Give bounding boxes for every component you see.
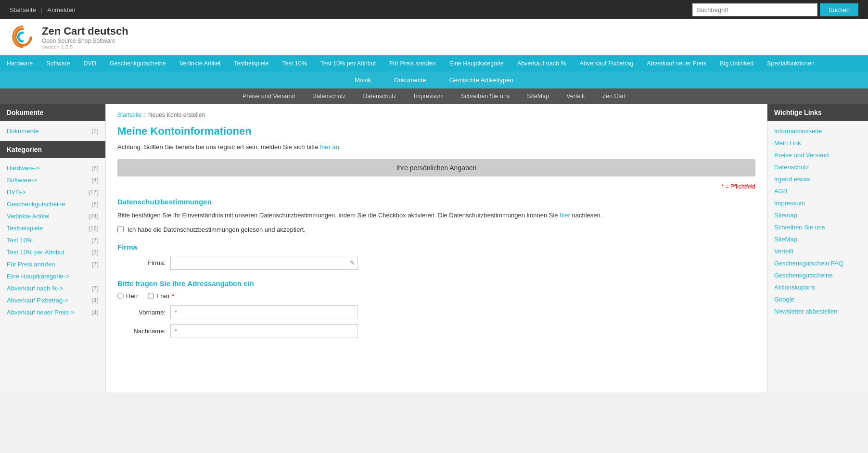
datenschutz-block: Datenschutzbestimmungen Bitte bestätigen… (117, 198, 755, 233)
page-title: Meine Kontoinformationen (117, 125, 755, 138)
link-agb[interactable]: AGB (774, 188, 787, 195)
list-item: Mein Link (767, 137, 868, 149)
sidebar-link-preis[interactable]: Für Preis anrufen (7, 261, 55, 268)
link-mein-link[interactable]: Mein Link (774, 139, 801, 147)
footer-sitemap[interactable]: SiteMap (518, 88, 558, 104)
sidebar-link-testbeispiele[interactable]: Testbeispiele (7, 225, 43, 232)
nav-hardware[interactable]: Hardware (0, 55, 39, 72)
link-aktionskupons[interactable]: Aktionskupons (774, 284, 815, 291)
nav-dokumente[interactable]: Dokumente (383, 72, 437, 88)
link-informationsseite[interactable]: Informationsseite (774, 127, 822, 135)
startseite-link[interactable]: Startseite (10, 6, 36, 13)
list-item: Schreiben Sie uns (767, 221, 868, 233)
sidebar-link-test10-attr[interactable]: Test 10% per Attribut (7, 249, 64, 256)
sidebar-count: (4) (91, 177, 99, 184)
sidebar-link-abverkauf-fix[interactable]: Abverkauf Fixbetrag-> (7, 297, 68, 304)
nav-software[interactable]: Software (39, 55, 77, 72)
right-sidebar-links: Informationsseite Mein Link Preise und V… (767, 121, 868, 321)
link-preise-versand[interactable]: Preise und Versand (774, 151, 829, 159)
nav-dvd[interactable]: DVD (77, 55, 103, 72)
footer-datenschutz-1[interactable]: Datenschutz (304, 88, 354, 104)
nachname-input[interactable] (170, 324, 358, 338)
required-star: * (722, 183, 724, 190)
footer-datenschutz-2[interactable]: Datenschutz (355, 88, 405, 104)
datenschutz-checkbox[interactable] (117, 226, 124, 232)
sidebar-link-hardware[interactable]: Hardware-> (7, 164, 39, 172)
footer-verteilt[interactable]: Verteilt (558, 88, 593, 104)
sidebar-link-software[interactable]: Software-> (7, 176, 37, 184)
secondary-nav: Musik Dokumente Gemischte Artikeltypen (0, 72, 868, 88)
nav-spezial[interactable]: Spezialfunktionen (760, 55, 821, 72)
firma-title: Firma (117, 243, 755, 251)
sidebar-count: (24) (89, 213, 99, 220)
vorname-input[interactable] (170, 305, 358, 319)
nav-abverkauf-nach[interactable]: Abverkauf nach % (511, 55, 573, 72)
warning-text-before: Achtung: Sollten Sie bereits bei uns reg… (117, 143, 320, 151)
nav-geschenkgutscheine[interactable]: Geschenkgutscheine (103, 55, 173, 72)
datenschutz-title: Datenschutzbestimmungen (117, 198, 755, 206)
address-title: Bitte tragen Sie Ihre Adressangaben ein (117, 279, 755, 288)
nav-test-10-attribut[interactable]: Test 10% per Attribut (314, 55, 383, 72)
nav-abverkauf-fix[interactable]: Abverkauf Fixbetrag (573, 55, 640, 72)
left-sidebar: Dokumente Dokumente (2) Kategorien Hardw… (0, 104, 106, 392)
address-section: Bitte tragen Sie Ihre Adressangaben ein … (117, 279, 755, 338)
link-sitemap2[interactable]: SiteMap (774, 236, 797, 243)
nav-test-10[interactable]: Test 10% (275, 55, 313, 72)
link-geschenkgutschein-faq[interactable]: Geschenkgutschein FAQ (774, 260, 843, 267)
list-item: SiteMap (767, 233, 868, 245)
breadcrumb-home[interactable]: Startseite (117, 112, 142, 118)
logo-subtitle: Open Source Shop Software (42, 38, 128, 44)
firma-input[interactable] (170, 256, 358, 270)
link-newsletter[interactable]: Newsletter abbestellen (774, 308, 838, 315)
sidebar-link-abverkauf-neu[interactable]: Abverkauf neuer Preis-> (7, 309, 75, 316)
footer-preise[interactable]: Preise und Versand (234, 88, 304, 104)
right-sidebar: Wichtige Links Informationsseite Mein Li… (767, 104, 868, 392)
footer-impressum[interactable]: Impressum (405, 88, 452, 104)
list-item: Preise und Versand (767, 149, 868, 161)
nav-musik[interactable]: Musik (343, 72, 383, 88)
nav-verlinkte-artikel[interactable]: Verlinkte Artikel (173, 55, 227, 72)
logo-version: Version 1.5.5 (42, 44, 128, 50)
nav-hauptkategorie[interactable]: Eine Hauptkategorie (443, 55, 511, 72)
nav-big-unlinked[interactable]: Big Unlinked (713, 55, 760, 72)
top-bar-left: Startseite | Anmelden (10, 6, 76, 13)
link-geschenkgutscheine[interactable]: Geschenkgutscheine (774, 272, 832, 279)
top-bar: Startseite | Anmelden Suchen (0, 0, 868, 19)
list-item: Test 10% per Attribut (3) (0, 246, 105, 258)
list-item: Für Preis anrufen (7) (0, 258, 105, 270)
link-verteilt[interactable]: Verteilt (774, 248, 793, 255)
sidebar-count: (16) (89, 225, 99, 232)
link-schreiben[interactable]: Schreiben Sie uns (774, 224, 825, 231)
sidebar-link-dokumente[interactable]: Dokumente (7, 127, 38, 135)
sidebar-link-dvd[interactable]: DVD-> (7, 189, 26, 196)
search-input[interactable] (692, 3, 817, 16)
herr-radio[interactable] (117, 293, 124, 299)
link-google[interactable]: Google (774, 296, 794, 303)
sidebar-link-hauptkategorie[interactable]: Eine Hauptkategorie-> (7, 273, 69, 280)
nav-testbeispiele[interactable]: Testbeispiele (227, 55, 275, 72)
anmelden-link[interactable]: Anmelden (47, 6, 76, 13)
warning-link[interactable]: hier an (320, 143, 339, 151)
datenschutz-body: Bitte bestätigen Sie Ihr Einverständnis … (117, 211, 755, 220)
search-button[interactable]: Suchen (820, 3, 858, 16)
sidebar-link-verlinkte[interactable]: Verlinkte Artikel (7, 213, 50, 220)
footer-schreiben[interactable]: Schreiben Sie uns (452, 88, 518, 104)
sidebar-link-test10[interactable]: Test 10% (7, 237, 32, 244)
list-item: Newsletter abbestellen (767, 305, 868, 317)
nav-fuer-preis[interactable]: Für Preis anrufen (383, 55, 443, 72)
link-irgend-etwas[interactable]: Irgend etwas (774, 176, 810, 183)
list-item: Aktionskupons (767, 281, 868, 293)
sidebar-count: (7) (91, 237, 99, 244)
link-sitemap[interactable]: Sitemap (774, 212, 797, 219)
link-impressum[interactable]: Impressum (774, 200, 805, 207)
datenschutz-link[interactable]: hier (560, 212, 570, 219)
sidebar-link-abverkauf-nach[interactable]: Abverkauf nach %-> (7, 285, 63, 292)
nav-abverkauf-neu[interactable]: Abverkauf neuer Preis (640, 55, 713, 72)
firma-label: Firma: (117, 259, 166, 266)
list-item: Hardware-> (6) (0, 162, 105, 174)
sidebar-link-geschenk[interactable]: Geschenkgutscheine (7, 201, 65, 208)
footer-zen-cart[interactable]: Zen Cart (593, 88, 634, 104)
frau-radio[interactable] (148, 293, 154, 299)
nav-gemischte[interactable]: Gemischte Artikeltypen (438, 72, 525, 88)
link-datenschutz[interactable]: Datenschutz (774, 164, 809, 171)
